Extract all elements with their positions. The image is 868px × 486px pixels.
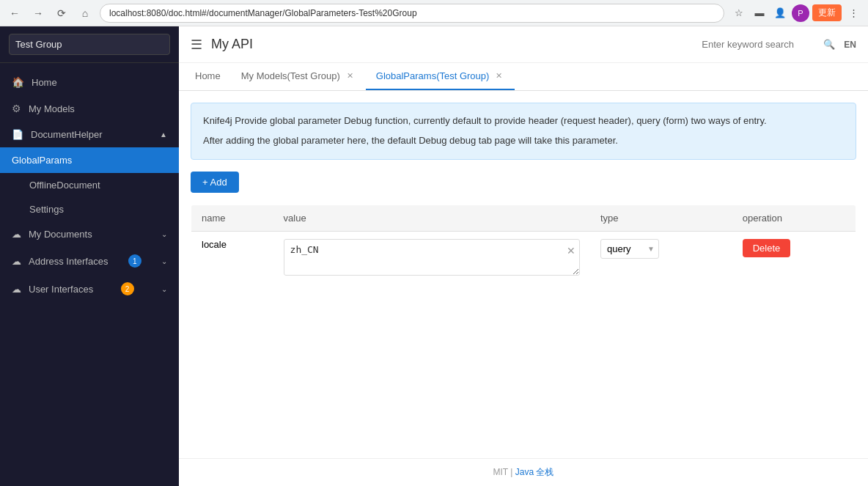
- address-badge: 1: [128, 254, 141, 268]
- sidebar-label-user-interfaces: User Interfaces: [29, 284, 93, 295]
- value-textarea[interactable]: zh_CN: [284, 239, 580, 276]
- footer: MIT | Java 全栈: [179, 458, 868, 486]
- group-selector[interactable]: Test Group: [9, 34, 170, 55]
- type-select-wrapper: query header ▼: [600, 239, 659, 259]
- sidebar-label-address-interfaces: Address Interfaces: [29, 256, 108, 267]
- col-name: name: [191, 205, 273, 231]
- address-icon: ☁: [12, 256, 21, 267]
- table-row: locale zh_CN ✕ query header: [191, 231, 856, 283]
- sidebar-item-document-helper[interactable]: 📄 DocumentHelper ▲: [0, 122, 179, 147]
- header-search: 🔍: [702, 39, 835, 50]
- cell-operation: Delete: [732, 231, 856, 283]
- doc-helper-icon: 📄: [12, 129, 23, 140]
- address-chevron-icon: ⌄: [161, 257, 167, 265]
- sidebar-item-my-models[interactable]: ⚙ My Models: [0, 95, 179, 122]
- tab-global-params-label: GlobalParams(Test Group): [376, 70, 490, 81]
- app-header: ☰ My API 🔍 EN: [179, 26, 868, 63]
- app-title: My API: [211, 37, 693, 52]
- table-header-row: name value type operation: [191, 205, 856, 231]
- user-badge: 2: [121, 282, 134, 295]
- chevron-up-icon: ▲: [160, 130, 167, 139]
- tab-my-models[interactable]: My Models(Test Group) ✕: [231, 63, 366, 90]
- bookmark-button[interactable]: ☆: [730, 4, 748, 22]
- sidebar-item-offline-document[interactable]: OfflineDocument: [0, 173, 179, 197]
- sidebar-item-settings[interactable]: Settings: [0, 197, 179, 221]
- sidebar-item-my-documents[interactable]: ☁ My Documents ⌄: [0, 221, 179, 247]
- sidebar-label-document-helper: DocumentHelper: [31, 129, 103, 140]
- type-select[interactable]: query header: [600, 239, 659, 259]
- sidebar-item-global-params[interactable]: GlobalParams: [0, 147, 179, 173]
- sidebar-label-my-documents: My Documents: [29, 229, 92, 240]
- delete-button[interactable]: Delete: [743, 239, 791, 257]
- cell-type: query header ▼: [590, 231, 732, 283]
- col-type: type: [590, 205, 732, 231]
- hamburger-button[interactable]: ☰: [191, 37, 202, 53]
- reload-button[interactable]: ⟳: [53, 4, 70, 22]
- tab-my-models-close[interactable]: ✕: [345, 70, 356, 81]
- profile-button[interactable]: 👤: [771, 4, 789, 22]
- sidebar-label-my-models: My Models: [29, 103, 75, 114]
- user-icon: ☁: [12, 284, 21, 295]
- user-chevron-icon: ⌄: [161, 285, 167, 293]
- url-bar[interactable]: localhost:8080/doc.html#/documentManager…: [100, 4, 724, 23]
- sidebar-item-home[interactable]: 🏠 Home: [0, 69, 179, 95]
- tab-global-params[interactable]: GlobalParams(Test Group) ✕: [366, 63, 515, 90]
- extensions-button[interactable]: ▬: [751, 4, 768, 22]
- sidebar: Test Group 🏠 Home ⚙ My Models 📄 Document…: [0, 26, 179, 486]
- search-icon[interactable]: 🔍: [823, 39, 835, 50]
- user-avatar[interactable]: P: [792, 4, 809, 22]
- col-operation: operation: [732, 205, 856, 231]
- lang-selector[interactable]: EN: [844, 40, 856, 50]
- info-line-1: Knife4j Provide global parameter Debug f…: [203, 114, 844, 129]
- group-selector-wrapper[interactable]: Test Group: [0, 26, 179, 63]
- params-table: name value type operation locale zh_CN ✕: [191, 205, 856, 284]
- chevron-down-icon: ⌄: [161, 230, 167, 238]
- add-button[interactable]: + Add: [191, 172, 239, 193]
- sidebar-label-offline-document: OfflineDocument: [29, 180, 100, 191]
- update-button[interactable]: 更新: [812, 4, 842, 21]
- sidebar-nav: 🏠 Home ⚙ My Models 📄 DocumentHelper ▲ Gl…: [0, 63, 179, 486]
- cell-name: locale: [191, 231, 273, 283]
- tab-home-label: Home: [195, 70, 221, 81]
- back-button[interactable]: ←: [6, 4, 23, 22]
- cloud-icon: ☁: [12, 229, 21, 240]
- sidebar-label-settings: Settings: [29, 204, 64, 215]
- browser-actions: ☆ ▬ 👤 P 更新 ⋮: [730, 4, 862, 22]
- url-text: localhost:8080/doc.html#/documentManager…: [109, 8, 417, 18]
- home-button[interactable]: ⌂: [76, 4, 94, 22]
- sidebar-label-home: Home: [32, 77, 57, 88]
- sidebar-label-global-params: GlobalParams: [12, 155, 72, 166]
- app-layout: Test Group 🏠 Home ⚙ My Models 📄 Document…: [0, 26, 868, 486]
- cell-value: zh_CN ✕: [273, 231, 590, 283]
- tab-my-models-label: My Models(Test Group): [241, 70, 340, 81]
- sidebar-item-address-interfaces[interactable]: ☁ Address Interfaces 1 ⌄: [0, 247, 179, 275]
- info-box: Knife4j Provide global parameter Debug f…: [191, 103, 856, 160]
- sidebar-item-user-interfaces[interactable]: ☁ User Interfaces 2 ⌄: [0, 275, 179, 303]
- search-input[interactable]: [702, 39, 819, 50]
- browser-bar: ← → ⟳ ⌂ localhost:8080/doc.html#/documen…: [0, 0, 868, 26]
- content-area: Knife4j Provide global parameter Debug f…: [179, 91, 868, 458]
- forward-button[interactable]: →: [29, 4, 47, 22]
- tab-global-params-close[interactable]: ✕: [493, 70, 504, 81]
- info-line-2: After adding the global parameter here, …: [203, 133, 844, 149]
- col-value: value: [273, 205, 590, 231]
- tabs-bar: Home My Models(Test Group) ✕ GlobalParam…: [179, 63, 868, 91]
- menu-button[interactable]: ⋮: [845, 4, 862, 22]
- tab-home[interactable]: Home: [185, 63, 231, 90]
- footer-text: MIT |: [493, 467, 515, 477]
- footer-link[interactable]: Java 全栈: [515, 467, 554, 477]
- clear-icon[interactable]: ✕: [567, 245, 575, 257]
- home-icon: 🏠: [12, 76, 24, 88]
- models-icon: ⚙: [12, 103, 21, 114]
- main-content: ☰ My API 🔍 EN Home My Models(Test Group)…: [179, 26, 868, 486]
